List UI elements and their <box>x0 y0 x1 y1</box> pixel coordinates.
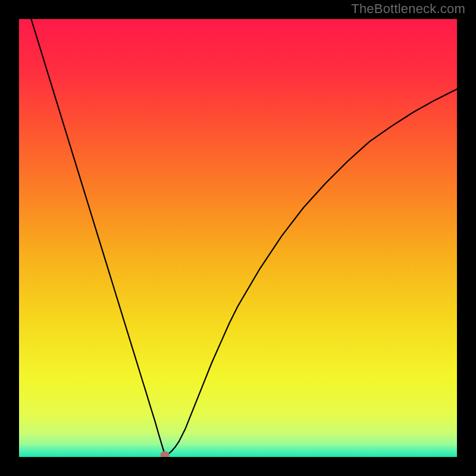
chart-outer: TheBottleneck.com <box>0 0 476 476</box>
gradient-background <box>19 19 457 457</box>
plot-area <box>19 19 457 457</box>
attribution-text: TheBottleneck.com <box>351 1 465 17</box>
plot-svg <box>19 19 457 457</box>
